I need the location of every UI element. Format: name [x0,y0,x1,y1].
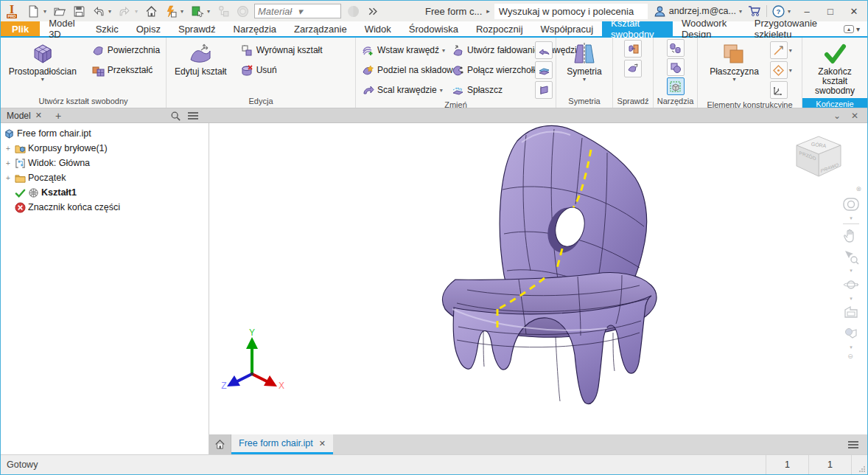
tab-widok[interactable]: Widok [356,21,400,36]
tab-szkic[interactable]: Szkic [87,21,127,36]
zoom-dropdown-icon[interactable]: ▾ [850,268,853,273]
tab-przygotowanie-szkieletu[interactable]: Przygotowanie szkieletu [746,21,836,36]
display-mode-button[interactable] [624,60,642,77]
parameters-button[interactable] [214,3,232,19]
tree-item-shape1[interactable]: Kształt1 [1,185,209,200]
toggle-smooth-button[interactable] [667,77,685,95]
select-button[interactable] [188,3,206,19]
document-tab-close-icon[interactable]: ✕ [319,439,326,448]
save-button[interactable] [70,3,88,19]
expand-icon[interactable]: + [4,159,13,167]
flatten-button[interactable]: Spłaszcz [449,81,531,99]
wheel-dropdown-icon[interactable]: ▾ [850,216,853,221]
help-icon[interactable]: ? [772,5,785,18]
delete-button[interactable]: Usuń [238,61,326,79]
appearance-button[interactable] [344,3,362,19]
orbit-icon[interactable] [842,276,860,294]
browser-add-tab-button[interactable]: + [48,110,69,122]
open-button[interactable] [51,3,69,19]
tab-wspolpracuj[interactable]: Współpracuj [532,21,603,36]
look-at-icon[interactable] [842,304,860,322]
weld-vertices-button[interactable]: Połącz wierzchołki [449,61,531,79]
zoom-select-icon[interactable] [842,248,860,266]
view-cube[interactable]: GÓRA PRZÓD PRAWO [791,131,847,187]
convert-freeform-button[interactable]: Przekształć [89,61,163,79]
redo-dropdown-icon[interactable]: ▾ [135,8,141,15]
unweld-edges-button[interactable] [535,81,553,99]
ilogic-dropdown-icon[interactable]: ▾ [181,8,186,15]
plane-button[interactable]: Płaszczyzna ▾ [704,40,764,99]
insert-edge-button[interactable]: Wstaw krawędź▾ [359,41,444,59]
axis-dropdown-icon[interactable]: ▾ [789,47,795,54]
align-form-button[interactable]: Wyrównaj kształt [238,41,326,59]
convert-brep-button[interactable] [667,39,685,57]
expand-icon[interactable]: + [4,174,13,182]
tab-ksztalt-swobodny[interactable]: Kształt swobodny [602,21,673,36]
user-dropdown-icon[interactable]: ▾ [739,8,745,15]
toolbar-overflow-icon[interactable] [363,3,381,19]
close-button[interactable]: ✕ [844,2,864,20]
resize-grip[interactable] [851,455,867,474]
help-search-input[interactable] [494,4,648,19]
edit-form-button[interactable]: Edytuj kształt [169,40,232,95]
help-dropdown-icon[interactable]: ▾ [788,8,794,15]
ilogic-quick-button[interactable] [161,3,179,19]
freeform-surface-button[interactable]: Powierzchnia [89,41,163,59]
tree-item-document[interactable]: Free form chair.ipt [1,126,209,141]
undo-dropdown-icon[interactable]: ▾ [108,8,114,15]
ribbon-collapse-button[interactable]: ▴▾ [836,21,867,36]
bridge-button[interactable] [535,61,553,79]
new-file-dropdown-icon[interactable]: ▾ [43,8,49,15]
orbit-dropdown-icon[interactable]: ▾ [850,297,853,301]
tree-item-solid-bodies[interactable]: + Korpusy bryłowe(1) [1,141,209,156]
tab-plik[interactable]: Plik [1,21,40,36]
merge-edges-button[interactable]: Scal krawędzie▾ [359,81,444,99]
point-button[interactable] [770,61,788,79]
document-tabs-menu-icon[interactable] [839,434,867,454]
subdivide-button[interactable]: Podziel na składowe [359,61,444,79]
navbar-close-icon[interactable]: ⊗ [855,185,861,193]
signed-in-user[interactable]: andrzej.m@ca... [669,6,736,16]
tree-item-view[interactable]: + Widok: Główna [1,156,209,170]
toggle-translucent-button[interactable] [624,40,642,58]
new-file-button[interactable] [24,3,42,19]
tab-opisz[interactable]: Opisz [127,21,169,36]
browser-tab-close-icon[interactable]: ✕ [35,111,42,120]
steering-wheel-icon[interactable] [842,195,860,213]
box-button[interactable]: Prostopadłościan ▾ [4,40,82,95]
tab-zarzadzanie[interactable]: Zarządzanie [285,21,356,36]
material-combobox[interactable]: Materiał▾ [254,4,341,18]
undo-button[interactable] [89,3,107,19]
material-ball-icon[interactable] [234,3,251,19]
ucs-button[interactable] [770,81,788,99]
primitive-solid-button[interactable] [667,58,685,76]
bend-edge-button[interactable] [535,41,553,59]
browser-search-icon[interactable] [170,111,181,121]
finish-freeform-button[interactable]: Zakończ kształt swobodny [805,40,864,98]
axis-button[interactable] [770,41,788,59]
app-store-cart-icon[interactable] [748,5,761,17]
point-dropdown-icon[interactable]: ▾ [789,67,795,74]
crease-edges-button[interactable]: Utwórz fałdowanie krawędzi▾ [449,41,531,59]
title-arrow-icon[interactable]: ▸ [486,7,490,15]
panel-collapse-icon[interactable]: ⌄ [833,111,841,121]
expand-icon[interactable]: + [4,145,13,153]
tab-model-3d[interactable]: Model 3D [40,21,87,36]
tab-woodwork-design[interactable]: Woodwork Design [673,21,746,36]
visual-style-icon[interactable] [842,325,860,342]
home-view-button[interactable] [142,3,160,19]
tab-srodowiska[interactable]: Środowiska [400,21,467,36]
browser-menu-icon[interactable] [188,112,198,119]
document-tab-active[interactable]: Free form chair.ipt ✕ [231,434,333,454]
panel-close-icon[interactable]: ✕ [851,111,858,121]
tab-sprawdz[interactable]: Sprawdź [169,21,225,36]
tree-item-end-of-part[interactable]: Znacznik końca części [1,200,209,215]
pan-hand-icon[interactable] [842,227,860,245]
graphics-viewport[interactable]: GÓRA PRZÓD PRAWO ⊗ ▾ ▾ ▾ ▾ ⊖ [209,123,867,434]
tab-rozpocznij[interactable]: Rozpocznij [467,21,532,36]
home-tab[interactable] [209,434,231,454]
symmetry-button[interactable]: Symetria ▾ [561,40,606,95]
browser-tab-model[interactable]: Model ✕ [1,108,48,122]
tab-narzedzia[interactable]: Narzędzia [225,21,286,36]
navbar-collapse-icon[interactable]: ⊖ [847,353,853,360]
